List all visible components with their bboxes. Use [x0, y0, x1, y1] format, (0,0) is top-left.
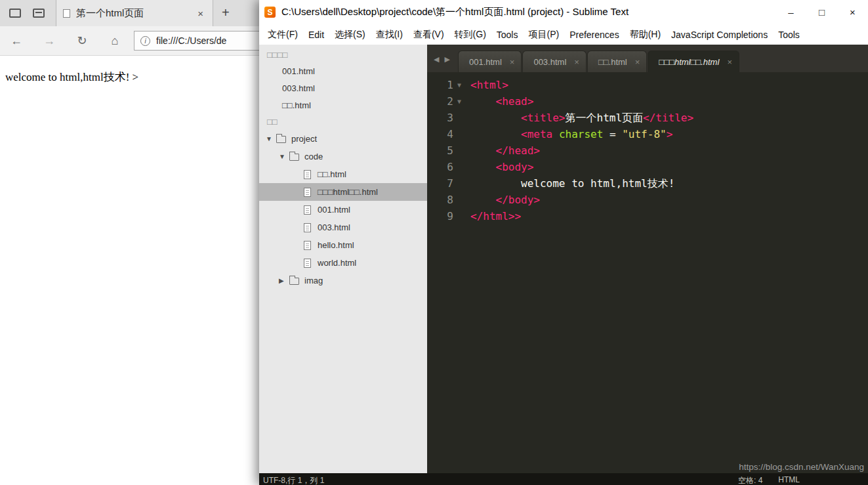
collapse-icon[interactable]: ▼: [266, 135, 276, 142]
tree-label: 001.html: [318, 205, 350, 215]
open-files-header[interactable]: □□□□: [259, 47, 427, 63]
editor-tab[interactable]: 003.html×: [522, 51, 586, 72]
refresh-icon[interactable]: ↻: [66, 33, 98, 48]
code-text: <meta charset = "utf-8">: [465, 126, 672, 142]
menu-item[interactable]: 文件(F): [262, 29, 303, 41]
fold-spacer: [453, 126, 465, 142]
tree-file[interactable]: world.html: [259, 254, 427, 272]
code-line[interactable]: 7 welcome to html,html技术!: [427, 175, 868, 192]
file-icon: [304, 259, 311, 268]
tree-folder[interactable]: ▶imag: [259, 272, 427, 289]
open-file-item[interactable]: 003.html: [259, 80, 427, 97]
menu-item[interactable]: 查看(V): [408, 29, 449, 41]
close-icon[interactable]: ×: [837, 0, 868, 24]
file-icon: [304, 170, 311, 179]
menu-item[interactable]: Tools: [773, 30, 805, 40]
code-line[interactable]: 4 <meta charset = "utf-8">: [427, 126, 868, 142]
menu-item[interactable]: Preferences: [564, 30, 624, 40]
tab-preview-icon[interactable]: [33, 9, 45, 18]
minimize-icon[interactable]: –: [775, 0, 806, 24]
menu-item[interactable]: 选择(S): [329, 29, 371, 41]
tab-close-icon[interactable]: ×: [727, 57, 732, 67]
line-number: 5: [427, 142, 453, 159]
tree-file[interactable]: 001.html: [259, 201, 427, 219]
site-info-icon[interactable]: i: [140, 36, 150, 46]
tree-folder[interactable]: ▼code: [259, 148, 427, 165]
menu-bar: 文件(F)Edit选择(S)查找(I)查看(V)转到(G)Tools项目(P)P…: [259, 24, 868, 45]
collapse-icon[interactable]: ▼: [279, 153, 289, 160]
folder-icon: [276, 136, 286, 143]
line-number: 9: [427, 208, 453, 224]
forward-icon[interactable]: →: [33, 34, 66, 48]
tab-close-icon[interactable]: ×: [195, 8, 206, 19]
editor-tab[interactable]: □□.html×: [587, 51, 647, 72]
open-file-item[interactable]: 001.html: [259, 63, 427, 80]
code-line[interactable]: 8 </body>: [427, 192, 868, 208]
sublime-main: □□□□ 001.html003.html□□.html □□ ▼project…: [259, 45, 868, 473]
editor-tab[interactable]: 001.html×: [458, 51, 522, 72]
menu-item[interactable]: 项目(P): [523, 29, 564, 41]
code-line[interactable]: 1▼<html>: [427, 77, 868, 93]
line-number: 2: [427, 93, 453, 110]
open-file-item[interactable]: □□.html: [259, 97, 427, 114]
tree-folder[interactable]: ▼project: [259, 130, 427, 148]
menu-item[interactable]: 查找(I): [371, 29, 408, 41]
back-icon[interactable]: ←: [0, 34, 33, 48]
menu-item[interactable]: Tools: [491, 30, 524, 40]
set-tabs-aside-icon[interactable]: [9, 9, 21, 18]
tab-close-icon[interactable]: ×: [635, 57, 640, 67]
menu-item[interactable]: 转到(G): [449, 29, 491, 41]
folders-header[interactable]: □□: [259, 114, 427, 130]
file-icon: [304, 223, 311, 232]
title-bar[interactable]: S C:\Users\dell\Desktop\project\code\第一个…: [259, 0, 868, 24]
folder-icon: [289, 278, 299, 285]
editor: ◀ ▶ 001.html×003.html×□□.html×□□□html□□.…: [427, 45, 868, 473]
home-icon[interactable]: ⌂: [98, 34, 131, 48]
new-tab-icon[interactable]: +: [222, 5, 230, 20]
line-number: 1: [427, 77, 453, 93]
page-text: welcome to html,html技术! >: [5, 71, 138, 83]
tab-label: □□□html□□.html: [659, 57, 719, 67]
menu-item[interactable]: 帮助(H): [625, 29, 666, 41]
page-favicon-icon: [63, 9, 70, 18]
tab-scroll-right-icon[interactable]: ▶: [444, 55, 449, 64]
tab-close-icon[interactable]: ×: [574, 57, 579, 67]
menu-item[interactable]: JavaScript Completions: [666, 30, 773, 40]
fold-arrow-icon[interactable]: ▼: [453, 77, 465, 93]
code-text: <head>: [465, 93, 533, 110]
fold-arrow-icon[interactable]: ▼: [453, 93, 465, 110]
code-line[interactable]: 6 <body>: [427, 159, 868, 175]
tab-scroll-left-icon[interactable]: ◀: [434, 55, 439, 64]
browser-tab[interactable]: 第一个html页面 ×: [56, 0, 213, 26]
tab-bar: ◀ ▶ 001.html×003.html×□□.html×□□□html□□.…: [427, 45, 868, 72]
tab-label: □□.html: [598, 57, 627, 67]
tree-file[interactable]: □□.html: [259, 165, 427, 183]
menu-item[interactable]: Edit: [303, 30, 329, 40]
tree-file[interactable]: hello.html: [259, 236, 427, 254]
open-files-list: 001.html003.html□□.html: [259, 63, 427, 114]
tree-file[interactable]: 003.html: [259, 219, 427, 236]
status-syntax[interactable]: HTML: [778, 475, 800, 485]
code-area[interactable]: 1▼<html>2▼ <head>3 <title>第一个html页面</tit…: [427, 72, 868, 473]
fold-spacer: [453, 142, 465, 159]
maximize-icon[interactable]: □: [806, 0, 837, 24]
tab-label: 003.html: [533, 57, 566, 67]
code-line[interactable]: 5 </head>: [427, 142, 868, 159]
tree-label: imag: [304, 276, 323, 285]
status-spaces[interactable]: 空格: 4: [738, 475, 762, 485]
code-text: welcome to html,html技术!: [465, 175, 674, 192]
editor-tab[interactable]: □□□html□□.html×: [648, 51, 739, 72]
expand-icon[interactable]: ▶: [279, 277, 289, 284]
code-line[interactable]: 2▼ <head>: [427, 93, 868, 110]
tree-file[interactable]: □□□html□□.html: [259, 183, 427, 201]
code-text: <body>: [465, 159, 533, 175]
code-line[interactable]: 9</html>>: [427, 208, 868, 224]
fold-spacer: [453, 192, 465, 208]
code-line[interactable]: 3 <title>第一个html页面</title>: [427, 110, 868, 126]
watermark-text: https://blog.csdn.net/WanXuang: [739, 462, 864, 472]
tab-close-icon[interactable]: ×: [510, 57, 515, 67]
code-text: </html>>: [465, 208, 521, 224]
folder-tree: ▼project▼code□□.html□□□html□□.html001.ht…: [259, 130, 427, 289]
code-text: </head>: [465, 142, 540, 159]
editor-tabs: 001.html×003.html×□□.html×□□□html□□.html…: [458, 51, 740, 72]
